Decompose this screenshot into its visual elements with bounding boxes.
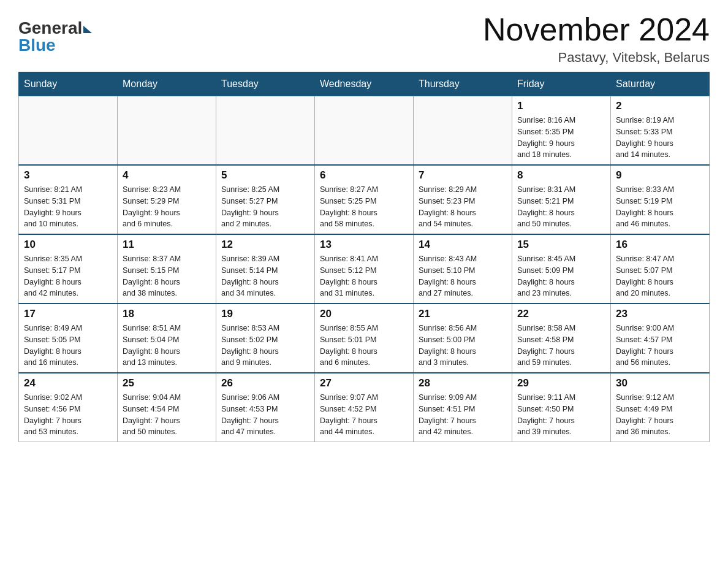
day-info: Sunrise: 9:02 AMSunset: 4:56 PMDaylight:…	[24, 392, 112, 438]
day-number: 9	[616, 169, 704, 182]
calendar-cell: 28Sunrise: 9:09 AMSunset: 4:51 PMDayligh…	[414, 373, 512, 442]
day-of-week-header: Monday	[118, 72, 216, 96]
day-info: Sunrise: 8:21 AMSunset: 5:31 PMDaylight:…	[24, 184, 112, 230]
day-number: 22	[517, 308, 605, 320]
day-number: 16	[616, 239, 704, 251]
calendar-cell: 20Sunrise: 8:55 AMSunset: 5:01 PMDayligh…	[315, 304, 414, 373]
calendar-week-row: 24Sunrise: 9:02 AMSunset: 4:56 PMDayligh…	[19, 373, 710, 442]
calendar-week-row: 1Sunrise: 8:16 AMSunset: 5:35 PMDaylight…	[19, 96, 710, 166]
day-info: Sunrise: 8:56 AMSunset: 5:00 PMDaylight:…	[419, 323, 507, 369]
calendar-cell: 23Sunrise: 9:00 AMSunset: 4:57 PMDayligh…	[611, 304, 710, 373]
day-number: 10	[24, 239, 112, 251]
day-info: Sunrise: 8:51 AMSunset: 5:04 PMDaylight:…	[123, 323, 211, 369]
calendar-cell: 10Sunrise: 8:35 AMSunset: 5:17 PMDayligh…	[19, 234, 118, 304]
day-info: Sunrise: 8:23 AMSunset: 5:29 PMDaylight:…	[123, 184, 211, 230]
day-number: 12	[221, 239, 309, 251]
day-number: 24	[24, 377, 112, 389]
day-number: 30	[616, 377, 704, 389]
calendar-cell	[19, 96, 118, 166]
calendar-cell: 27Sunrise: 9:07 AMSunset: 4:52 PMDayligh…	[315, 373, 414, 442]
day-info: Sunrise: 8:45 AMSunset: 5:09 PMDaylight:…	[517, 253, 605, 299]
calendar-cell: 21Sunrise: 8:56 AMSunset: 5:00 PMDayligh…	[414, 304, 512, 373]
calendar-cell: 26Sunrise: 9:06 AMSunset: 4:53 PMDayligh…	[216, 373, 315, 442]
day-number: 21	[419, 308, 507, 320]
calendar-cell	[315, 96, 414, 166]
calendar-cell: 25Sunrise: 9:04 AMSunset: 4:54 PMDayligh…	[118, 373, 216, 442]
day-number: 15	[517, 239, 605, 251]
day-number: 4	[123, 169, 211, 182]
location-title: Pastavy, Vitebsk, Belarus	[483, 50, 710, 66]
logo-blue-text: Blue	[18, 36, 56, 55]
day-number: 6	[320, 169, 408, 182]
calendar-cell: 16Sunrise: 8:47 AMSunset: 5:07 PMDayligh…	[611, 234, 710, 304]
day-number: 3	[24, 169, 112, 182]
day-info: Sunrise: 8:55 AMSunset: 5:01 PMDaylight:…	[320, 323, 408, 369]
calendar-cell: 18Sunrise: 8:51 AMSunset: 5:04 PMDayligh…	[118, 304, 216, 373]
calendar-cell: 15Sunrise: 8:45 AMSunset: 5:09 PMDayligh…	[512, 234, 611, 304]
day-of-week-header: Sunday	[19, 72, 118, 96]
day-info: Sunrise: 8:37 AMSunset: 5:15 PMDaylight:…	[123, 253, 211, 299]
calendar-cell: 17Sunrise: 8:49 AMSunset: 5:05 PMDayligh…	[19, 304, 118, 373]
calendar-week-row: 3Sunrise: 8:21 AMSunset: 5:31 PMDaylight…	[19, 165, 710, 234]
calendar-table: SundayMondayTuesdayWednesdayThursdayFrid…	[18, 72, 710, 442]
page-header: General Blue November 2024 Pastavy, Vite…	[18, 12, 710, 66]
calendar-cell: 3Sunrise: 8:21 AMSunset: 5:31 PMDaylight…	[19, 165, 118, 234]
calendar-cell: 14Sunrise: 8:43 AMSunset: 5:10 PMDayligh…	[414, 234, 512, 304]
logo: General Blue	[18, 18, 92, 55]
day-number: 27	[320, 377, 408, 389]
day-number: 2	[616, 100, 704, 112]
day-number: 28	[419, 377, 507, 389]
calendar-cell: 22Sunrise: 8:58 AMSunset: 4:58 PMDayligh…	[512, 304, 611, 373]
day-info: Sunrise: 8:53 AMSunset: 5:02 PMDaylight:…	[221, 323, 309, 369]
day-info: Sunrise: 9:09 AMSunset: 4:51 PMDaylight:…	[419, 392, 507, 438]
day-number: 26	[221, 377, 309, 389]
day-number: 29	[517, 377, 605, 389]
day-info: Sunrise: 9:00 AMSunset: 4:57 PMDaylight:…	[616, 323, 704, 369]
calendar-cell: 19Sunrise: 8:53 AMSunset: 5:02 PMDayligh…	[216, 304, 315, 373]
day-number: 5	[221, 169, 309, 182]
day-info: Sunrise: 8:47 AMSunset: 5:07 PMDaylight:…	[616, 253, 704, 299]
day-number: 25	[123, 377, 211, 389]
calendar-cell: 30Sunrise: 9:12 AMSunset: 4:49 PMDayligh…	[611, 373, 710, 442]
day-info: Sunrise: 8:19 AMSunset: 5:33 PMDaylight:…	[616, 115, 704, 161]
day-info: Sunrise: 8:27 AMSunset: 5:25 PMDaylight:…	[320, 184, 408, 230]
calendar-cell: 12Sunrise: 8:39 AMSunset: 5:14 PMDayligh…	[216, 234, 315, 304]
day-info: Sunrise: 9:12 AMSunset: 4:49 PMDaylight:…	[616, 392, 704, 438]
calendar-cell: 9Sunrise: 8:33 AMSunset: 5:19 PMDaylight…	[611, 165, 710, 234]
day-info: Sunrise: 8:49 AMSunset: 5:05 PMDaylight:…	[24, 323, 112, 369]
calendar-cell	[118, 96, 216, 166]
day-info: Sunrise: 8:16 AMSunset: 5:35 PMDaylight:…	[517, 115, 605, 161]
logo-arrow-icon	[83, 26, 92, 33]
day-info: Sunrise: 8:43 AMSunset: 5:10 PMDaylight:…	[419, 253, 507, 299]
day-number: 14	[419, 239, 507, 251]
day-info: Sunrise: 9:07 AMSunset: 4:52 PMDaylight:…	[320, 392, 408, 438]
day-number: 1	[517, 100, 605, 112]
day-info: Sunrise: 8:39 AMSunset: 5:14 PMDaylight:…	[221, 253, 309, 299]
calendar-cell: 6Sunrise: 8:27 AMSunset: 5:25 PMDaylight…	[315, 165, 414, 234]
calendar-cell: 4Sunrise: 8:23 AMSunset: 5:29 PMDaylight…	[118, 165, 216, 234]
calendar-header-row: SundayMondayTuesdayWednesdayThursdayFrid…	[19, 72, 710, 96]
day-number: 11	[123, 239, 211, 251]
day-of-week-header: Friday	[512, 72, 611, 96]
calendar-cell: 5Sunrise: 8:25 AMSunset: 5:27 PMDaylight…	[216, 165, 315, 234]
calendar-cell	[216, 96, 315, 166]
day-number: 13	[320, 239, 408, 251]
calendar-cell: 7Sunrise: 8:29 AMSunset: 5:23 PMDaylight…	[414, 165, 512, 234]
day-number: 17	[24, 308, 112, 320]
day-of-week-header: Wednesday	[315, 72, 414, 96]
calendar-cell: 11Sunrise: 8:37 AMSunset: 5:15 PMDayligh…	[118, 234, 216, 304]
title-section: November 2024 Pastavy, Vitebsk, Belarus	[483, 12, 710, 66]
day-number: 20	[320, 308, 408, 320]
day-number: 19	[221, 308, 309, 320]
day-info: Sunrise: 8:29 AMSunset: 5:23 PMDaylight:…	[419, 184, 507, 230]
day-number: 18	[123, 308, 211, 320]
day-of-week-header: Thursday	[414, 72, 512, 96]
calendar-cell: 8Sunrise: 8:31 AMSunset: 5:21 PMDaylight…	[512, 165, 611, 234]
day-info: Sunrise: 9:11 AMSunset: 4:50 PMDaylight:…	[517, 392, 605, 438]
calendar-cell: 2Sunrise: 8:19 AMSunset: 5:33 PMDaylight…	[611, 96, 710, 166]
calendar-cell: 24Sunrise: 9:02 AMSunset: 4:56 PMDayligh…	[19, 373, 118, 442]
calendar-week-row: 10Sunrise: 8:35 AMSunset: 5:17 PMDayligh…	[19, 234, 710, 304]
day-of-week-header: Tuesday	[216, 72, 315, 96]
day-info: Sunrise: 8:41 AMSunset: 5:12 PMDaylight:…	[320, 253, 408, 299]
calendar-cell: 1Sunrise: 8:16 AMSunset: 5:35 PMDaylight…	[512, 96, 611, 166]
